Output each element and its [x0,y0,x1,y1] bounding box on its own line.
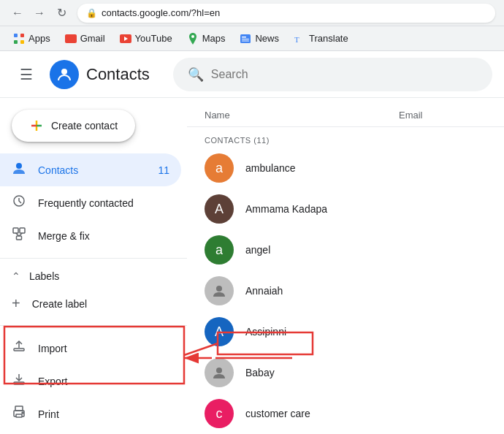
merge-icon [12,226,26,245]
create-label-text: Create label [32,298,88,310]
svg-point-6 [191,35,194,38]
print-label: Print [38,408,59,420]
translate-icon: T [294,33,305,45]
news-label: News [255,33,279,44]
upload-icon [12,339,26,357]
column-headers: Name Email [187,98,504,127]
nav-item-print[interactable]: Print [0,397,181,430]
contact-name: Assipinni [245,326,286,338]
avatar [205,358,234,387]
reload-button[interactable]: ↻ [53,4,70,22]
app-logo [50,60,79,89]
contacts-label: Contacts [38,164,78,176]
svg-rect-23 [14,349,24,351]
contact-row-angel[interactable]: a angel [187,229,504,270]
bookmark-maps[interactable]: Maps [181,30,232,47]
svg-point-28 [22,412,23,414]
avatar: a [205,153,234,183]
bookmark-youtube[interactable]: YouTube [114,30,178,47]
name-column-header: Name [205,110,399,121]
lock-icon: 🔒 [86,8,97,18]
svg-rect-19 [20,228,25,233]
svg-point-31 [216,286,222,292]
create-contact-button[interactable]: Create contact [12,110,135,142]
app-title-area: Contacts [50,60,150,89]
create-contact-label: Create contact [51,120,118,132]
translate-label: Translate [309,33,348,44]
download-icon [12,372,26,390]
apps-icon [13,33,25,45]
contact-name: customer care [245,408,310,419]
nav-item-frequently[interactable]: Frequently contacted [0,186,181,219]
news-icon [240,33,251,45]
app-layout: Create contact Contacts 11 [0,98,504,434]
bookmark-translate[interactable]: T Translate [288,30,354,47]
nav-item-export[interactable]: Export [0,365,181,397]
contact-name: angel [245,244,270,256]
gmail-label: Gmail [80,33,105,44]
avatar: c [205,399,234,428]
plus-icon: + [12,295,20,312]
search-input[interactable] [211,68,478,81]
chevron-icon: ⌃ [12,270,20,282]
address-bar[interactable]: 🔒 contacts.google.com/?hl=en [77,4,495,23]
maps-label: Maps [202,33,226,44]
export-label: Export [38,376,67,387]
contact-row-annaiah[interactable]: Annaiah [187,270,504,311]
url-text: contacts.google.com/?hl=en [102,7,220,18]
svg-point-32 [216,368,222,373]
contact-name: Annaiah [245,285,283,297]
back-button[interactable]: ← [9,4,26,22]
contact-row-babay[interactable]: Babay [187,352,504,393]
maps-icon [187,33,199,45]
contact-name: Ammama Kadapa [245,203,327,215]
svg-point-12 [61,69,67,75]
contact-row-customer-care[interactable]: c customer care [187,393,504,434]
app-header: ☰ Contacts 🔍 [0,51,504,98]
youtube-label: YouTube [135,33,172,44]
svg-text:T: T [294,35,299,44]
avatar: A [205,194,234,224]
labels-section[interactable]: ⌃ Labels [0,264,187,288]
labels-heading: Labels [29,270,59,282]
svg-rect-9 [242,39,249,39]
svg-rect-18 [13,228,18,233]
svg-point-16 [16,163,22,169]
forward-button[interactable]: → [31,4,48,22]
contact-name: ambulance [245,162,296,174]
svg-rect-10 [242,40,249,41]
contact-row-assipinni[interactable]: A Assipinni [187,311,504,352]
search-bar[interactable]: 🔍 [173,58,492,91]
contact-name: Babay [245,367,275,378]
svg-rect-8 [242,37,246,38]
avatar: A [205,317,234,346]
main-content: Name Email CONTACTS (11) a ambulance A A… [187,98,504,434]
contact-row-ammama[interactable]: A Ammama Kadapa [187,189,504,229]
print-icon [12,405,26,423]
svg-rect-2 [14,40,18,44]
person-icon [12,161,26,179]
nav-item-contacts[interactable]: Contacts 11 [0,153,181,186]
nav-item-merge[interactable]: Merge & fix [0,219,181,252]
sidebar: Create contact Contacts 11 [0,98,187,434]
bookmark-gmail[interactable]: Gmail [59,30,111,47]
apps-label: Apps [28,33,50,44]
bookmark-apps[interactable]: Apps [7,30,56,47]
contact-row-ambulance[interactable]: a ambulance [187,148,504,189]
avatar [205,276,234,305]
nav-buttons: ← → ↻ [9,4,70,22]
svg-rect-3 [20,40,24,44]
nav-item-import[interactable]: Import [0,332,181,365]
app-title: Contacts [86,65,150,84]
avatar: a [205,235,234,264]
email-column-header: Email [399,110,486,121]
plus-multicolor-icon [29,118,44,133]
search-icon: 🔍 [188,66,204,83]
divider-2 [0,325,187,326]
menu-button[interactable]: ☰ [12,60,41,89]
youtube-icon [120,33,131,45]
bookmark-news[interactable]: News [234,30,285,47]
svg-rect-24 [14,382,24,384]
history-icon [12,194,26,212]
nav-item-create-label[interactable]: + Create label [0,288,181,319]
